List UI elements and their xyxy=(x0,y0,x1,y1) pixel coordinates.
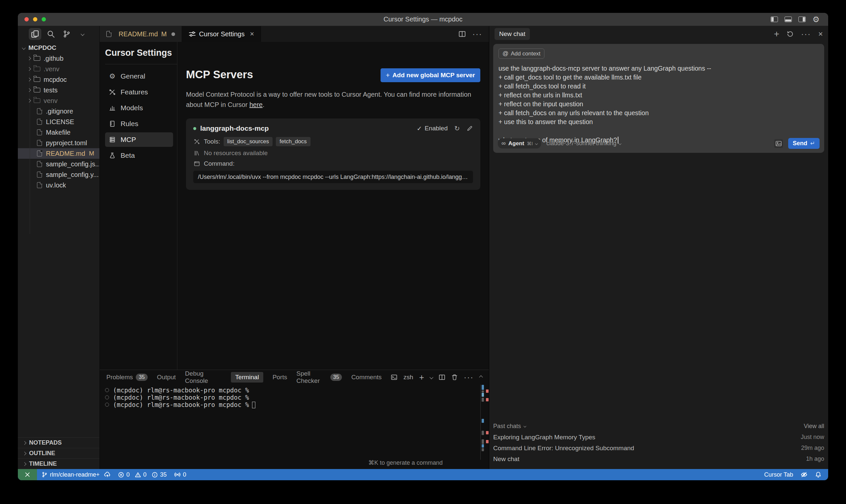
at-icon: @ xyxy=(502,50,508,57)
chat-prompt-text[interactable]: use the langgraph-docs-mcp server to ans… xyxy=(499,64,819,145)
search-icon[interactable] xyxy=(45,28,57,40)
past-chat-item[interactable]: Exploring LangGraph Memory Types Just no… xyxy=(493,432,824,443)
bell-icon[interactable] xyxy=(815,471,822,478)
window-title: Cursor Settings — mcpdoc xyxy=(18,16,828,23)
split-terminal-icon[interactable] xyxy=(439,374,445,381)
cursor-tab-status[interactable]: Cursor Tab xyxy=(764,471,793,478)
cmdk-hint: ⌘K to generate a command xyxy=(368,459,443,466)
sidebar-section-notepads[interactable]: NOTEPADS xyxy=(18,437,100,448)
close-chat-icon[interactable]: × xyxy=(818,30,823,38)
panel-tab-comments[interactable]: Comments xyxy=(351,374,382,381)
chat-input-box[interactable]: @ Add context use the langgraph-docs-mcp… xyxy=(493,44,824,153)
chat-more-actions-icon[interactable]: ··· xyxy=(801,29,811,39)
git-branch-status[interactable]: rlm/clean-readme+ xyxy=(41,471,111,478)
panel-tab-problems[interactable]: Problems 35 xyxy=(106,374,148,381)
settings-gear-icon[interactable]: ⚙ xyxy=(812,16,819,23)
problems-status[interactable]: 0 0 35 xyxy=(118,471,167,478)
attach-image-icon[interactable] xyxy=(774,139,783,148)
edit-pencil-icon[interactable] xyxy=(466,125,473,132)
history-icon[interactable] xyxy=(787,30,794,38)
here-link[interactable]: here xyxy=(249,101,263,108)
eye-slash-icon[interactable] xyxy=(800,471,808,478)
past-chat-item[interactable]: New chat 1h ago xyxy=(493,453,824,464)
settings-nav-features[interactable]: Features xyxy=(105,85,173,100)
sidebar-section-outline[interactable]: OUTLINE xyxy=(18,448,100,458)
refresh-icon[interactable]: ↻ xyxy=(454,124,460,132)
chevron-right-icon xyxy=(27,88,31,92)
tree-item-file[interactable]: LICENSE xyxy=(18,116,100,127)
split-editor-icon[interactable] xyxy=(459,30,466,38)
past-chat-item[interactable]: Command Line Error: Unrecognized Subcomm… xyxy=(493,443,824,453)
chat-tab-new-chat[interactable]: New chat xyxy=(495,28,530,40)
tree-root[interactable]: MCPDOC xyxy=(18,42,100,53)
terminal-line: (mcpdoc) rlm@rs-macbook-pro mcpdoc % xyxy=(105,394,489,401)
new-terminal-icon[interactable]: + xyxy=(419,372,424,382)
past-chats-label[interactable]: Past chats xyxy=(493,423,521,430)
toggle-primary-sidebar-icon[interactable] xyxy=(771,17,778,22)
chevron-down-icon xyxy=(619,142,621,145)
send-button[interactable]: Send ↵ xyxy=(788,138,819,149)
add-context-chip[interactable]: @ Add context xyxy=(499,49,545,59)
tree-item-folder[interactable]: .github xyxy=(18,53,100,64)
ports-status[interactable]: 0 xyxy=(174,471,186,478)
command-decoration-icon[interactable] xyxy=(105,388,109,392)
settings-nav-models[interactable]: Models xyxy=(105,101,173,115)
panel-more-actions-icon[interactable]: ··· xyxy=(464,373,474,382)
command-decoration-icon[interactable] xyxy=(105,395,109,399)
trash-icon[interactable] xyxy=(451,374,458,381)
view-all-link[interactable]: View all xyxy=(804,423,824,430)
minimap-mark xyxy=(486,440,488,443)
sidebar-section-timeline[interactable]: TIMELINE xyxy=(18,458,100,469)
unsaved-dot-icon[interactable] xyxy=(171,32,175,36)
mcp-description: Model Context Protocol is a way to offer… xyxy=(186,89,477,110)
tree-item-file[interactable]: uv.lock xyxy=(18,180,100,191)
settings-nav-general[interactable]: ⚙ General xyxy=(105,69,173,84)
tree-item-file[interactable]: pyproject.toml xyxy=(18,138,100,148)
settings-page-title: Cursor Settings xyxy=(105,48,177,65)
tree-item-file-selected[interactable]: README.md M xyxy=(18,148,100,159)
minimap-mark xyxy=(482,448,484,451)
toggle-panel-icon[interactable] xyxy=(784,17,792,22)
tab-cursor-settings[interactable]: Cursor Settings × xyxy=(182,26,261,42)
panel-tab-debug-console[interactable]: Debug Console xyxy=(185,370,222,384)
command-decoration-icon[interactable] xyxy=(105,403,109,407)
tree-item-folder[interactable]: mcpdoc xyxy=(18,74,100,85)
file-icon xyxy=(37,161,42,167)
tab-readme[interactable]: README.md M xyxy=(100,26,182,42)
error-icon xyxy=(118,472,124,478)
agent-mode-selector[interactable]: ∞ Agent ⌘I xyxy=(498,138,541,148)
close-tab-icon[interactable]: × xyxy=(250,30,254,38)
terminal-body[interactable]: (mcpdoc) rlm@rs-macbook-pro mcpdoc % (mc… xyxy=(100,384,489,469)
maximize-panel-chevron-icon[interactable] xyxy=(479,375,483,379)
server-command-value[interactable]: /Users/rlm/.local/bin/uvx --from mcpdoc … xyxy=(193,170,473,183)
editor-more-actions-icon[interactable]: ··· xyxy=(472,29,482,39)
tree-item-folder[interactable]: venv xyxy=(18,95,100,106)
panel-tab-output[interactable]: Output xyxy=(157,374,176,381)
tree-item-file[interactable]: Makefile xyxy=(18,127,100,138)
new-chat-icon[interactable]: + xyxy=(774,29,779,39)
settings-nav-rules[interactable]: Rules xyxy=(105,116,173,131)
panel-tab-spell-checker[interactable]: Spell Checker 35 xyxy=(296,370,342,384)
settings-nav-beta[interactable]: Beta xyxy=(105,148,173,163)
tree-item-file[interactable]: sample_config.js... xyxy=(18,159,100,169)
model-selector[interactable]: claude-3.7-sonnet-thinking xyxy=(546,140,621,147)
terminal-dropdown-chevron-icon[interactable] xyxy=(429,375,433,379)
source-control-icon[interactable] xyxy=(61,28,73,40)
toggle-secondary-sidebar-icon[interactable] xyxy=(798,17,806,22)
minimap-mark xyxy=(482,393,484,397)
panel-tab-terminal[interactable]: Terminal xyxy=(231,372,263,382)
spell-checker-count-badge: 35 xyxy=(330,374,342,381)
minimap-mark xyxy=(482,391,484,393)
tree-item-folder[interactable]: .venv xyxy=(18,64,100,74)
remote-indicator[interactable] xyxy=(18,469,37,480)
server-enabled-label[interactable]: Enabled xyxy=(425,125,448,132)
tree-item-file[interactable]: .gitignore xyxy=(18,106,100,116)
explorer-icon[interactable] xyxy=(29,28,41,40)
more-views-chevron-icon[interactable] xyxy=(76,28,89,40)
settings-nav-mcp[interactable]: MCP xyxy=(105,132,173,147)
add-mcp-server-button[interactable]: + Add new global MCP server xyxy=(381,68,480,82)
tree-item-file[interactable]: sample_config.y... xyxy=(18,169,100,180)
tree-item-folder[interactable]: tests xyxy=(18,85,100,95)
panel-tab-ports[interactable]: Ports xyxy=(273,374,287,381)
shell-label[interactable]: zsh xyxy=(403,374,413,381)
